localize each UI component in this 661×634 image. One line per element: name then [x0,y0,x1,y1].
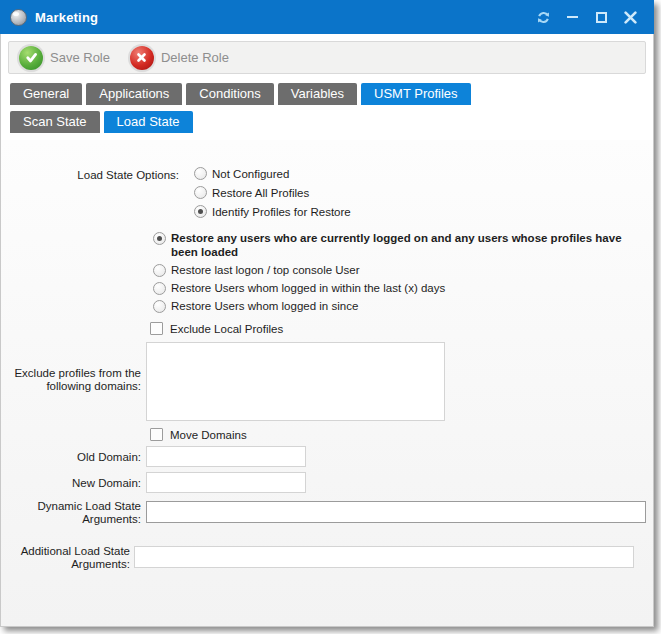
checkbox-label: Exclude Local Profiles [170,323,283,335]
close-button[interactable] [622,9,638,25]
usmt-sub-tabs: Scan State Load State [10,111,193,133]
tab-usmt-profiles[interactable]: USMT Profiles [361,83,471,105]
load-state-options-group: Not Configured Restore All Profiles Iden… [194,164,351,221]
radio-label: Identify Profiles for Restore [212,206,351,218]
radio-icon [194,167,207,180]
maximize-icon [596,12,607,23]
checkbox-icon [150,428,163,441]
save-role-button[interactable]: Save Role [19,46,110,70]
tab-scan-state[interactable]: Scan State [10,111,100,133]
tab-load-state[interactable]: Load State [104,111,193,133]
window-title: Marketing [35,10,98,25]
additional-args-label: Additional Load State Arguments: [1,545,130,571]
toolbar: Save Role Delete Role [8,41,646,74]
radio-label: Restore Users whom logged in since [171,299,358,313]
radio-icon [194,205,207,218]
radio-restore-last-logon[interactable]: Restore last logon / top console User [153,263,645,277]
radio-restore-all-profiles[interactable]: Restore All Profiles [194,183,351,202]
save-check-icon [19,46,43,70]
main-tabs: General Applications Conditions Variable… [10,83,471,105]
radio-icon [153,282,166,295]
old-domain-label: Old Domain: [1,451,141,464]
checkbox-label: Move Domains [170,429,247,441]
tab-conditions[interactable]: Conditions [186,83,273,105]
new-domain-label: New Domain: [1,477,141,490]
radio-icon [153,232,166,245]
delete-role-label: Delete Role [161,50,229,65]
dynamic-args-input[interactable] [146,501,646,523]
tab-variables[interactable]: Variables [278,83,357,105]
save-role-label: Save Role [50,50,110,65]
radio-label: Restore any users who are currently logg… [171,231,645,259]
maximize-button[interactable] [593,9,609,25]
radio-icon [153,264,166,277]
restore-options-group: Restore any users who are currently logg… [153,231,645,317]
old-domain-input[interactable] [146,446,306,467]
load-state-form: Load State Options: Not Configured Resto… [1,140,653,626]
load-state-options-label: Load State Options: [1,169,179,182]
exclude-domains-label: Exclude profiles from the following doma… [1,367,141,393]
radio-restore-last-x-days[interactable]: Restore Users whom logged in within the … [153,281,645,295]
refresh-icon [536,10,551,25]
radio-label: Restore Users whom logged in within the … [171,281,445,295]
radio-label: Not Configured [212,168,289,180]
exclude-domains-textarea[interactable] [146,342,445,421]
delete-role-button[interactable]: Delete Role [130,46,229,70]
minimize-button[interactable] [564,9,580,25]
exclude-local-profiles-checkbox[interactable]: Exclude Local Profiles [150,322,283,335]
delete-x-icon [130,46,154,70]
close-icon [624,11,637,24]
window-icon [10,9,27,26]
radio-label: Restore last logon / top console User [171,263,360,277]
radio-restore-since[interactable]: Restore Users whom logged in since [153,299,645,313]
marketing-role-window: Marketing Sav [0,0,654,627]
new-domain-input[interactable] [146,472,306,493]
additional-args-input[interactable] [134,546,634,568]
refresh-button[interactable] [535,9,551,25]
minimize-icon [567,16,578,18]
radio-icon [194,186,207,199]
radio-label: Restore All Profiles [212,187,309,199]
window-controls [535,0,638,34]
titlebar: Marketing [0,0,654,34]
checkbox-icon [150,322,163,335]
radio-not-configured[interactable]: Not Configured [194,164,351,183]
tab-applications[interactable]: Applications [86,83,182,105]
radio-identify-profiles[interactable]: Identify Profiles for Restore [194,202,351,221]
tab-general[interactable]: General [10,83,82,105]
dynamic-args-label: Dynamic Load State Arguments: [1,500,141,526]
move-domains-checkbox[interactable]: Move Domains [150,428,247,441]
radio-restore-current-users[interactable]: Restore any users who are currently logg… [153,231,645,259]
radio-icon [153,300,166,313]
